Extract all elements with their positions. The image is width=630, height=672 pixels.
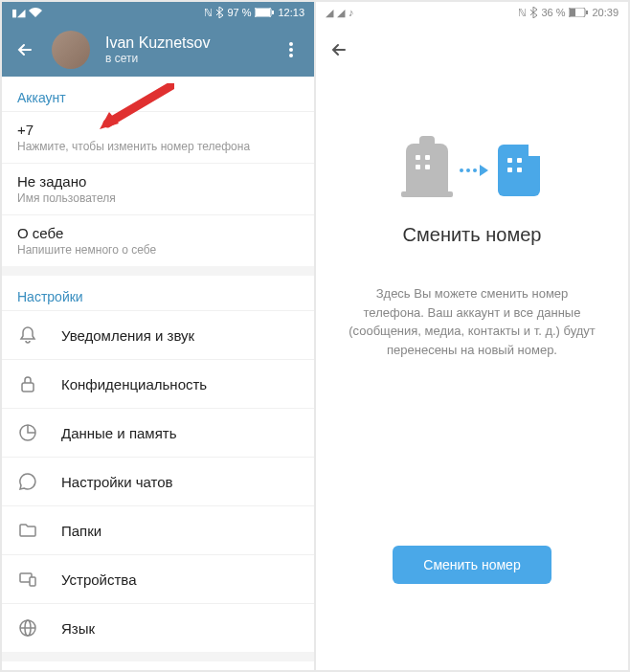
folders-row[interactable]: Папки	[2, 505, 314, 554]
chat-icon	[17, 471, 38, 492]
back-button[interactable]	[327, 38, 350, 61]
clock: 20:39	[592, 7, 619, 18]
svg-rect-6	[22, 383, 34, 392]
account-section: Аккаунт +7 Нажмите, чтобы изменить номер…	[2, 77, 314, 266]
sim-transfer-graphic	[404, 144, 540, 197]
bell-icon	[17, 325, 38, 346]
language-row[interactable]: Язык	[2, 603, 314, 652]
phone-sub: Нажмите, чтобы изменить номер телефона	[17, 140, 299, 153]
back-button[interactable]	[13, 38, 36, 61]
lock-icon	[17, 373, 38, 394]
signal-icon: ▮◢	[11, 7, 25, 19]
bio-row[interactable]: О себе Напишите немного о себе	[2, 214, 314, 266]
nfc-icon: ℕ	[204, 7, 213, 19]
bio-sub: Напишите немного о себе	[17, 243, 299, 257]
header	[316, 23, 628, 77]
data-label: Данные и память	[61, 425, 177, 441]
profile-header: Ivan Kuznetsov в сети	[2, 23, 314, 77]
settings-content: Аккаунт +7 Нажмите, чтобы изменить номер…	[2, 77, 314, 670]
status-bar: ◢ ◢ ♪ ℕ 36 % 20:39	[316, 2, 628, 23]
change-number-screen: ◢ ◢ ♪ ℕ 36 % 20:39	[316, 2, 628, 670]
settings-title: Настройки	[2, 276, 314, 310]
change-number-content: Сменить номер Здесь Вы можете сменить но…	[316, 77, 628, 670]
notifications-row[interactable]: Уведомления и звук	[2, 310, 314, 359]
phone-value: +7	[17, 122, 299, 138]
svg-rect-14	[586, 11, 588, 14]
svg-rect-2	[272, 11, 274, 14]
battery-percent: 36 %	[541, 7, 565, 18]
username-value: Не задано	[17, 173, 299, 190]
avatar[interactable]	[52, 31, 90, 69]
devices-row[interactable]: Устройства	[2, 554, 314, 603]
more-button[interactable]	[280, 42, 303, 57]
bluetooth-icon	[216, 7, 223, 18]
language-label: Язык	[61, 620, 95, 637]
battery-icon	[255, 8, 274, 17]
tiktok-icon: ♪	[349, 7, 354, 18]
devices-label: Устройства	[61, 571, 136, 588]
globe-icon	[17, 617, 38, 638]
profile-status: в сети	[105, 52, 264, 65]
folder-icon	[17, 520, 38, 541]
svg-rect-9	[30, 577, 35, 586]
svg-rect-13	[570, 9, 575, 16]
old-sim-icon	[404, 144, 450, 197]
settings-screen: ▮◢ ℕ 97 % 12:13 Ivan Kuznetsov в сети	[2, 2, 314, 670]
chat-label: Настройки чатов	[61, 474, 173, 490]
username-row[interactable]: Не задано Имя пользователя	[2, 163, 314, 214]
folders-label: Папки	[61, 523, 101, 539]
bio-value: О себе	[17, 225, 299, 241]
profile-name: Ivan Kuznetsov	[105, 34, 264, 52]
help-section: Помощь	[2, 661, 314, 670]
data-row[interactable]: Данные и память	[2, 408, 314, 457]
signal-icon: ◢	[326, 7, 333, 19]
help-title: Помощь	[2, 661, 314, 670]
svg-point-4	[289, 48, 293, 52]
battery-percent: 97 %	[227, 7, 251, 18]
svg-point-3	[289, 42, 293, 46]
clock: 12:13	[278, 7, 304, 18]
chat-row[interactable]: Настройки чатов	[2, 457, 314, 505]
transfer-arrow-icon	[460, 165, 488, 176]
privacy-row[interactable]: Конфиденциальность	[2, 359, 314, 408]
change-number-button[interactable]: Сменить номер	[393, 546, 551, 584]
account-title: Аккаунт	[2, 77, 314, 111]
notifications-label: Уведомления и звук	[61, 327, 194, 344]
svg-point-5	[289, 54, 293, 57]
settings-section: Настройки Уведомления и звук Конфиденциа…	[2, 276, 314, 652]
new-sim-icon	[498, 145, 540, 196]
bluetooth-icon	[530, 7, 537, 18]
pie-icon	[17, 422, 38, 443]
devices-icon	[17, 569, 38, 590]
username-sub: Имя пользователя	[17, 191, 299, 205]
battery-icon	[569, 8, 588, 17]
change-number-description: Здесь Вы можете сменить номер телефона. …	[345, 284, 599, 359]
svg-rect-1	[256, 9, 270, 16]
phone-row[interactable]: +7 Нажмите, чтобы изменить номер телефон…	[2, 111, 314, 163]
wifi-icon	[29, 8, 42, 17]
change-number-title: Сменить номер	[403, 224, 542, 246]
privacy-label: Конфиденциальность	[61, 376, 207, 392]
signal-icon: ◢	[337, 7, 345, 19]
status-bar: ▮◢ ℕ 97 % 12:13	[2, 2, 314, 23]
nfc-icon: ℕ	[518, 7, 527, 19]
